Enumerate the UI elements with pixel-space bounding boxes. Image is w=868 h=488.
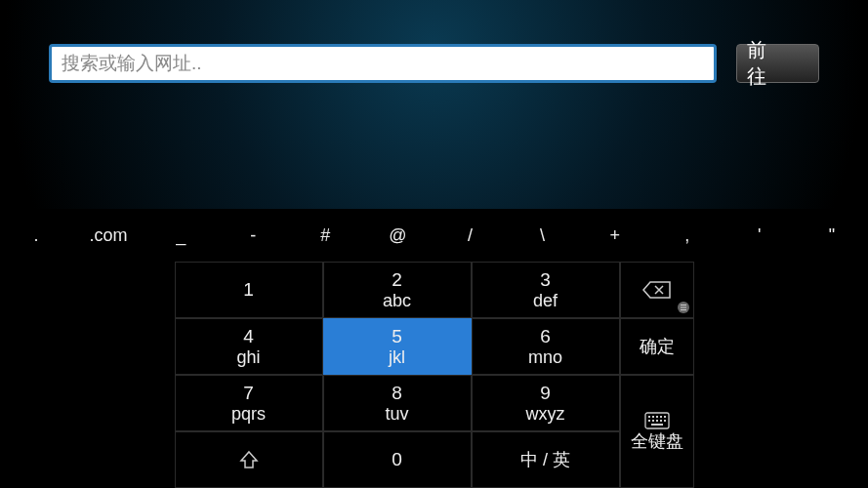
sym-key-backslash[interactable]: \ <box>507 209 579 262</box>
key-3[interactable]: 3 def <box>472 262 620 318</box>
svg-rect-14 <box>651 424 663 426</box>
virtual-keyboard: . .com _ - # @ / \ + , ' " 1 2 abc 3 def <box>0 209 868 488</box>
go-button[interactable]: 前 往 <box>736 44 819 83</box>
key-letters: tuv <box>385 404 408 425</box>
svg-rect-5 <box>652 416 654 418</box>
sym-key-dotcom[interactable]: .com <box>72 209 145 262</box>
sym-key-comma[interactable]: , <box>651 209 723 262</box>
key-5[interactable]: 5 jkl <box>323 318 472 375</box>
full-keyboard-label: 全键盘 <box>631 431 683 452</box>
key-4[interactable]: 4 ghi <box>175 318 323 375</box>
key-7[interactable]: 7 pqrs <box>175 375 323 431</box>
key-letters: jkl <box>389 347 405 368</box>
key-0[interactable]: 0 <box>323 431 472 488</box>
backspace-key[interactable] <box>620 262 694 318</box>
svg-rect-1 <box>681 307 686 308</box>
confirm-key[interactable]: 确定 <box>620 318 694 375</box>
key-1[interactable]: 1 <box>175 262 323 318</box>
svg-rect-2 <box>681 309 686 310</box>
key-digit: 6 <box>540 326 551 347</box>
keyboard-icon <box>644 412 670 429</box>
key-9[interactable]: 9 wxyz <box>472 375 620 431</box>
key-digit: 4 <box>243 326 254 347</box>
confirm-label: 确定 <box>640 337 675 357</box>
lang-toggle-key[interactable]: 中 / 英 <box>472 431 620 488</box>
key-letters: pqrs <box>231 404 266 425</box>
svg-rect-0 <box>681 305 686 305</box>
key-letters: def <box>533 291 558 311</box>
svg-rect-7 <box>660 416 662 418</box>
sym-key-dot[interactable]: . <box>0 209 72 262</box>
svg-rect-12 <box>660 420 662 422</box>
key-8[interactable]: 8 tuv <box>323 375 472 431</box>
sym-key-at[interactable]: @ <box>361 209 434 262</box>
sym-key-plus[interactable]: + <box>579 209 651 262</box>
lang-toggle-label: 中 / 英 <box>520 450 570 470</box>
sym-key-underscore[interactable]: _ <box>145 209 217 262</box>
key-digit: 2 <box>392 269 402 291</box>
shift-icon <box>239 450 259 469</box>
key-2[interactable]: 2 abc <box>323 262 472 318</box>
key-letters: ghi <box>236 347 260 368</box>
svg-rect-9 <box>648 420 650 422</box>
key-digit: 1 <box>243 279 254 301</box>
sym-key-dash[interactable]: - <box>217 209 289 262</box>
sym-key-hash[interactable]: # <box>289 209 361 262</box>
key-digit: 9 <box>540 383 551 404</box>
key-digit: 5 <box>392 326 402 347</box>
shift-key[interactable] <box>175 431 323 488</box>
key-digit: 8 <box>392 383 402 404</box>
svg-rect-10 <box>652 420 654 422</box>
svg-rect-4 <box>648 416 650 418</box>
full-keyboard-key[interactable]: 全键盘 <box>620 375 694 488</box>
backspace-icon <box>642 280 672 300</box>
svg-rect-6 <box>656 416 658 418</box>
settings-icon <box>678 302 689 313</box>
sym-key-apostrophe[interactable]: ' <box>723 209 796 262</box>
key-digit: 0 <box>392 449 402 470</box>
key-6[interactable]: 6 mno <box>472 318 620 375</box>
key-digit: 3 <box>540 269 551 291</box>
key-letters: mno <box>528 347 562 368</box>
symbol-row: . .com _ - # @ / \ + , ' " <box>0 209 868 262</box>
svg-rect-13 <box>664 420 666 422</box>
sym-key-quote[interactable]: " <box>796 209 868 262</box>
sym-key-slash[interactable]: / <box>434 209 506 262</box>
svg-rect-8 <box>664 416 666 418</box>
url-input[interactable] <box>49 44 717 83</box>
key-digit: 7 <box>243 383 254 404</box>
key-letters: abc <box>383 291 411 311</box>
svg-rect-11 <box>656 420 658 422</box>
key-letters: wxyz <box>526 404 565 425</box>
